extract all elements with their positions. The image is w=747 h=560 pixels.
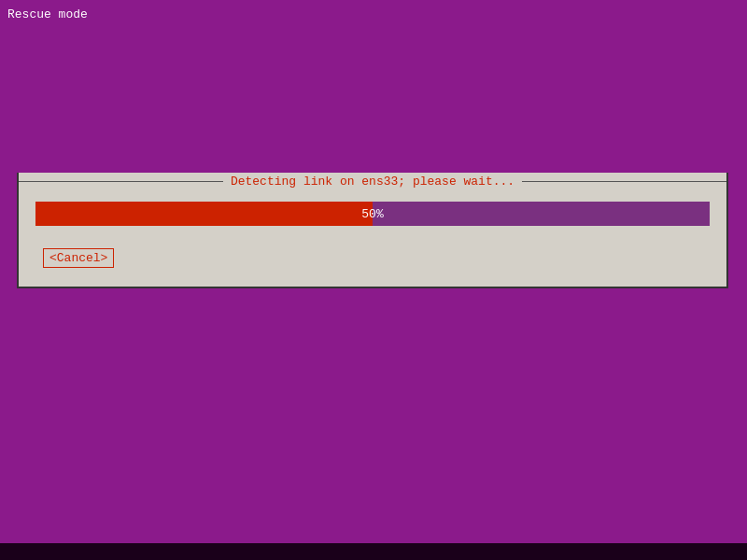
progress-bar-container: 50%	[35, 202, 710, 226]
progress-dialog: Detecting link on ens33; please wait... …	[17, 173, 728, 288]
progress-label: 50%	[361, 207, 383, 221]
rescue-mode-label: Rescue mode	[7, 7, 88, 21]
title-line-left	[19, 181, 223, 182]
dialog-body: 50% <Cancel>	[19, 190, 726, 287]
taskbar-bottom	[0, 543, 747, 560]
dialog-title-bar: Detecting link on ens33; please wait...	[19, 172, 726, 190]
cancel-button[interactable]: <Cancel>	[43, 248, 114, 268]
title-line-right	[522, 181, 726, 182]
progress-bar-fill	[35, 202, 373, 226]
dialog-title: Detecting link on ens33; please wait...	[223, 175, 522, 189]
